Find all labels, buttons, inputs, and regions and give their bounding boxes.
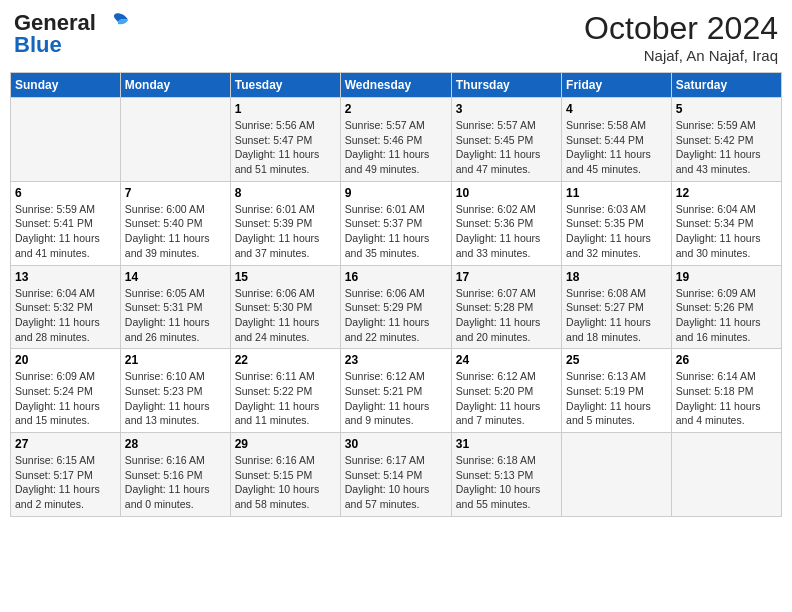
calendar-cell bbox=[562, 433, 672, 517]
day-info: Sunrise: 6:10 AMSunset: 5:23 PMDaylight:… bbox=[125, 369, 226, 428]
location: Najaf, An Najaf, Iraq bbox=[584, 47, 778, 64]
calendar-cell bbox=[120, 98, 230, 182]
calendar-cell: 5Sunrise: 5:59 AMSunset: 5:42 PMDaylight… bbox=[671, 98, 781, 182]
day-number: 27 bbox=[15, 437, 116, 451]
calendar-cell: 29Sunrise: 6:16 AMSunset: 5:15 PMDayligh… bbox=[230, 433, 340, 517]
day-number: 8 bbox=[235, 186, 336, 200]
calendar-cell: 30Sunrise: 6:17 AMSunset: 5:14 PMDayligh… bbox=[340, 433, 451, 517]
day-number: 26 bbox=[676, 353, 777, 367]
day-info: Sunrise: 6:04 AMSunset: 5:34 PMDaylight:… bbox=[676, 202, 777, 261]
day-info: Sunrise: 5:58 AMSunset: 5:44 PMDaylight:… bbox=[566, 118, 667, 177]
day-number: 25 bbox=[566, 353, 667, 367]
day-info: Sunrise: 6:18 AMSunset: 5:13 PMDaylight:… bbox=[456, 453, 557, 512]
day-number: 7 bbox=[125, 186, 226, 200]
day-info: Sunrise: 6:14 AMSunset: 5:18 PMDaylight:… bbox=[676, 369, 777, 428]
calendar-cell: 12Sunrise: 6:04 AMSunset: 5:34 PMDayligh… bbox=[671, 181, 781, 265]
day-info: Sunrise: 5:56 AMSunset: 5:47 PMDaylight:… bbox=[235, 118, 336, 177]
day-number: 9 bbox=[345, 186, 447, 200]
day-number: 3 bbox=[456, 102, 557, 116]
day-number: 10 bbox=[456, 186, 557, 200]
day-info: Sunrise: 5:59 AMSunset: 5:41 PMDaylight:… bbox=[15, 202, 116, 261]
day-info: Sunrise: 6:15 AMSunset: 5:17 PMDaylight:… bbox=[15, 453, 116, 512]
calendar-cell: 25Sunrise: 6:13 AMSunset: 5:19 PMDayligh… bbox=[562, 349, 672, 433]
day-number: 16 bbox=[345, 270, 447, 284]
calendar-cell: 31Sunrise: 6:18 AMSunset: 5:13 PMDayligh… bbox=[451, 433, 561, 517]
day-number: 14 bbox=[125, 270, 226, 284]
day-info: Sunrise: 5:57 AMSunset: 5:46 PMDaylight:… bbox=[345, 118, 447, 177]
day-number: 17 bbox=[456, 270, 557, 284]
day-number: 2 bbox=[345, 102, 447, 116]
day-number: 30 bbox=[345, 437, 447, 451]
weekday-header-saturday: Saturday bbox=[671, 73, 781, 98]
calendar-cell: 9Sunrise: 6:01 AMSunset: 5:37 PMDaylight… bbox=[340, 181, 451, 265]
day-info: Sunrise: 6:12 AMSunset: 5:20 PMDaylight:… bbox=[456, 369, 557, 428]
calendar-cell: 11Sunrise: 6:03 AMSunset: 5:35 PMDayligh… bbox=[562, 181, 672, 265]
month-title: October 2024 bbox=[584, 10, 778, 47]
day-number: 22 bbox=[235, 353, 336, 367]
calendar-cell: 27Sunrise: 6:15 AMSunset: 5:17 PMDayligh… bbox=[11, 433, 121, 517]
day-number: 28 bbox=[125, 437, 226, 451]
day-number: 5 bbox=[676, 102, 777, 116]
logo-bird-icon bbox=[100, 12, 130, 34]
calendar-cell: 22Sunrise: 6:11 AMSunset: 5:22 PMDayligh… bbox=[230, 349, 340, 433]
weekday-header-monday: Monday bbox=[120, 73, 230, 98]
day-info: Sunrise: 6:02 AMSunset: 5:36 PMDaylight:… bbox=[456, 202, 557, 261]
calendar-cell: 18Sunrise: 6:08 AMSunset: 5:27 PMDayligh… bbox=[562, 265, 672, 349]
calendar-cell: 15Sunrise: 6:06 AMSunset: 5:30 PMDayligh… bbox=[230, 265, 340, 349]
day-info: Sunrise: 6:09 AMSunset: 5:24 PMDaylight:… bbox=[15, 369, 116, 428]
day-info: Sunrise: 6:06 AMSunset: 5:29 PMDaylight:… bbox=[345, 286, 447, 345]
day-number: 20 bbox=[15, 353, 116, 367]
calendar-cell: 10Sunrise: 6:02 AMSunset: 5:36 PMDayligh… bbox=[451, 181, 561, 265]
day-info: Sunrise: 6:06 AMSunset: 5:30 PMDaylight:… bbox=[235, 286, 336, 345]
day-number: 1 bbox=[235, 102, 336, 116]
calendar-cell: 28Sunrise: 6:16 AMSunset: 5:16 PMDayligh… bbox=[120, 433, 230, 517]
weekday-header-sunday: Sunday bbox=[11, 73, 121, 98]
day-number: 4 bbox=[566, 102, 667, 116]
page-header: General Blue October 2024 Najaf, An Naja… bbox=[10, 10, 782, 64]
calendar-cell: 19Sunrise: 6:09 AMSunset: 5:26 PMDayligh… bbox=[671, 265, 781, 349]
calendar-cell: 4Sunrise: 5:58 AMSunset: 5:44 PMDaylight… bbox=[562, 98, 672, 182]
weekday-header-thursday: Thursday bbox=[451, 73, 561, 98]
day-number: 21 bbox=[125, 353, 226, 367]
day-info: Sunrise: 6:01 AMSunset: 5:39 PMDaylight:… bbox=[235, 202, 336, 261]
day-info: Sunrise: 5:59 AMSunset: 5:42 PMDaylight:… bbox=[676, 118, 777, 177]
day-number: 15 bbox=[235, 270, 336, 284]
day-number: 13 bbox=[15, 270, 116, 284]
day-info: Sunrise: 6:03 AMSunset: 5:35 PMDaylight:… bbox=[566, 202, 667, 261]
day-info: Sunrise: 5:57 AMSunset: 5:45 PMDaylight:… bbox=[456, 118, 557, 177]
day-info: Sunrise: 6:08 AMSunset: 5:27 PMDaylight:… bbox=[566, 286, 667, 345]
day-info: Sunrise: 6:17 AMSunset: 5:14 PMDaylight:… bbox=[345, 453, 447, 512]
calendar-cell: 3Sunrise: 5:57 AMSunset: 5:45 PMDaylight… bbox=[451, 98, 561, 182]
day-number: 24 bbox=[456, 353, 557, 367]
day-info: Sunrise: 6:16 AMSunset: 5:16 PMDaylight:… bbox=[125, 453, 226, 512]
weekday-header-tuesday: Tuesday bbox=[230, 73, 340, 98]
calendar-cell: 13Sunrise: 6:04 AMSunset: 5:32 PMDayligh… bbox=[11, 265, 121, 349]
calendar-cell: 17Sunrise: 6:07 AMSunset: 5:28 PMDayligh… bbox=[451, 265, 561, 349]
day-number: 11 bbox=[566, 186, 667, 200]
calendar-cell: 7Sunrise: 6:00 AMSunset: 5:40 PMDaylight… bbox=[120, 181, 230, 265]
weekday-header-friday: Friday bbox=[562, 73, 672, 98]
day-number: 19 bbox=[676, 270, 777, 284]
day-info: Sunrise: 6:11 AMSunset: 5:22 PMDaylight:… bbox=[235, 369, 336, 428]
calendar-cell: 20Sunrise: 6:09 AMSunset: 5:24 PMDayligh… bbox=[11, 349, 121, 433]
calendar-cell: 26Sunrise: 6:14 AMSunset: 5:18 PMDayligh… bbox=[671, 349, 781, 433]
calendar-cell: 16Sunrise: 6:06 AMSunset: 5:29 PMDayligh… bbox=[340, 265, 451, 349]
weekday-header-wednesday: Wednesday bbox=[340, 73, 451, 98]
calendar-cell: 2Sunrise: 5:57 AMSunset: 5:46 PMDaylight… bbox=[340, 98, 451, 182]
calendar-table: SundayMondayTuesdayWednesdayThursdayFrid… bbox=[10, 72, 782, 517]
day-info: Sunrise: 6:05 AMSunset: 5:31 PMDaylight:… bbox=[125, 286, 226, 345]
calendar-cell: 14Sunrise: 6:05 AMSunset: 5:31 PMDayligh… bbox=[120, 265, 230, 349]
calendar-cell: 21Sunrise: 6:10 AMSunset: 5:23 PMDayligh… bbox=[120, 349, 230, 433]
day-number: 29 bbox=[235, 437, 336, 451]
day-info: Sunrise: 6:07 AMSunset: 5:28 PMDaylight:… bbox=[456, 286, 557, 345]
day-info: Sunrise: 6:00 AMSunset: 5:40 PMDaylight:… bbox=[125, 202, 226, 261]
calendar-cell: 24Sunrise: 6:12 AMSunset: 5:20 PMDayligh… bbox=[451, 349, 561, 433]
calendar-cell: 6Sunrise: 5:59 AMSunset: 5:41 PMDaylight… bbox=[11, 181, 121, 265]
calendar-cell bbox=[671, 433, 781, 517]
calendar-cell: 8Sunrise: 6:01 AMSunset: 5:39 PMDaylight… bbox=[230, 181, 340, 265]
day-info: Sunrise: 6:13 AMSunset: 5:19 PMDaylight:… bbox=[566, 369, 667, 428]
day-number: 23 bbox=[345, 353, 447, 367]
day-info: Sunrise: 6:12 AMSunset: 5:21 PMDaylight:… bbox=[345, 369, 447, 428]
title-block: October 2024 Najaf, An Najaf, Iraq bbox=[584, 10, 778, 64]
day-info: Sunrise: 6:01 AMSunset: 5:37 PMDaylight:… bbox=[345, 202, 447, 261]
